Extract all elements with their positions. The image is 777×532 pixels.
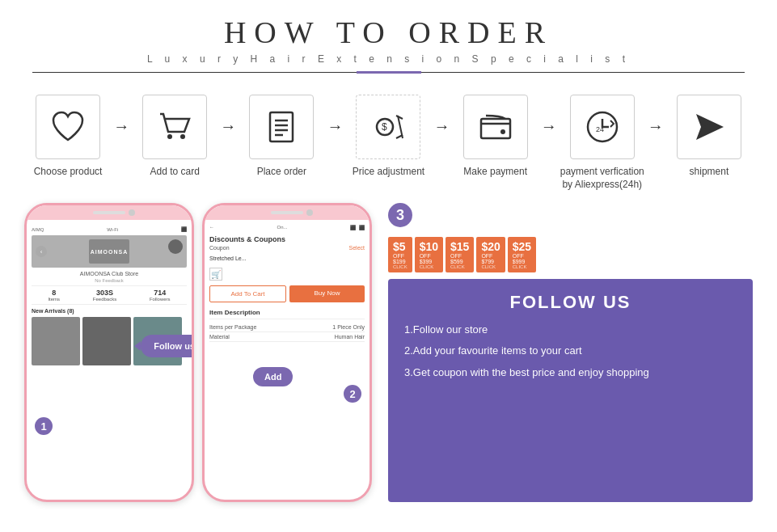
phone2-buy-now-button[interactable]: Buy Now — [289, 285, 365, 302]
page-title: HOW TO ORDER — [0, 15, 777, 50]
coupon-2-dollar: $10 — [420, 240, 438, 253]
coupon-strip: $5 OFF $199 CLICK $10 OFF $399 CLICK $15 — [388, 237, 753, 272]
step-make-payment: Make payment — [452, 95, 539, 179]
phone2-desc-row-2: Material Human Hair — [209, 332, 365, 342]
coupon-5: $25 OFF $999 CLICK — [508, 237, 536, 272]
follow-us-list: 1.Follow our store 2.Add your favourite … — [404, 323, 737, 380]
phone1-store-name: AIMOONSA Club Store — [32, 271, 187, 277]
clock24-icon: 24 — [583, 108, 622, 146]
coupon-5-click: CLICK — [513, 264, 527, 269]
coupon-1-price: $199 — [393, 259, 406, 264]
phone1-product-2 — [82, 317, 131, 365]
phone1-stats: 8Items 303SFeedbacks 714Followers — [32, 285, 187, 305]
badge-1: 1 — [35, 417, 53, 435]
phone1: AIMQWi-Fi⬛ ‹ AIMOONSA AIMOONSA Club Stor… — [24, 203, 194, 502]
coupon-4-click: CLICK — [481, 264, 496, 269]
coupon-4: $20 OFF $799 CLICK — [476, 237, 505, 272]
phone1-stat-followers-num: 714 — [150, 289, 171, 297]
phone2-desc-val-2: Human Hair — [335, 334, 365, 340]
step-add-to-card-label: Add to card — [150, 166, 200, 179]
svg-point-1 — [180, 134, 185, 139]
phone2-desc-val-1: 1 Piece Only — [332, 324, 365, 330]
add-bubble: Add — [253, 367, 293, 386]
coupon-1-click: CLICK — [393, 264, 408, 269]
step-payment-verification: 24 payment verfication by Aliexpress(24h… — [559, 95, 646, 191]
step-place-order-label: Place order — [257, 166, 306, 179]
phone1-stat-feedbacks-label: Feedbacks — [93, 297, 116, 302]
right-panel: 3 $5 OFF $199 CLICK $10 OFF $399 CLICK — [388, 203, 753, 502]
svg-text:$: $ — [382, 121, 387, 133]
place-order-icon-box — [249, 95, 314, 159]
choose-product-icon-box — [36, 95, 100, 159]
add-to-card-icon-box — [142, 95, 207, 159]
phone2-desc-row-1: Items per Package 1 Piece Only — [209, 323, 365, 332]
price-icon: $ — [369, 108, 408, 146]
coupon-4-dollar: $20 — [481, 240, 500, 253]
arrow-4: → — [433, 117, 452, 136]
follow-us-item-3: 3.Get coupon with the best price and enj… — [404, 365, 737, 380]
step-choose-product-label: Choose product — [34, 166, 103, 179]
svg-point-13 — [500, 129, 505, 134]
phone1-stat-items-label: Items — [48, 297, 60, 302]
plane-icon — [690, 108, 728, 146]
svg-rect-2 — [270, 112, 293, 141]
heart-icon — [49, 108, 87, 146]
phone1-feedback: No Feedback — [32, 278, 187, 283]
phone2-stretched: Stretched Le... — [209, 255, 365, 261]
step-add-to-card: Add to card — [131, 95, 218, 179]
svg-text:24: 24 — [596, 125, 604, 133]
coupon-5-price: $999 — [513, 259, 526, 264]
payment-verification-icon-box: 24 — [570, 95, 635, 159]
phone1-stat-followers-label: Followers — [150, 297, 171, 302]
phone2: ← On... ⬛⬛ Discounts & Coupons Coupon Se… — [202, 203, 372, 502]
coupon-3-price: $599 — [450, 259, 463, 264]
phone2-add-to-cart-button[interactable]: Add To Cart — [209, 285, 286, 302]
step-price-adjustment: $ Price adjustment — [344, 95, 432, 179]
svg-rect-12 — [481, 119, 510, 138]
coupon-4-off: OFF — [481, 253, 492, 259]
step-place-order: Place order — [238, 95, 325, 179]
phone1-arrivals: New Arrivals (8) — [32, 308, 187, 314]
header: HOW TO ORDER L u x u r y H a i r E x t e… — [0, 0, 777, 80]
phone2-select-label: Select — [349, 245, 365, 251]
follow-us-title: FOLLOW US — [404, 292, 737, 313]
phone2-topbar: ← On... ⬛⬛ — [209, 225, 365, 230]
step-choose-product: Choose product — [24, 95, 112, 179]
step-shipment-label: shipment — [690, 166, 729, 179]
coupon-2-off: OFF — [420, 253, 431, 259]
follow-us-item-2: 2.Add your favourite items to your cart — [404, 344, 737, 358]
phone2-desc-key-2: Material — [209, 334, 230, 340]
header-divider — [32, 71, 745, 74]
coupon-1-dollar: $5 — [393, 240, 406, 253]
step-make-payment-label: Make payment — [463, 166, 527, 179]
phone2-desc-key-1: Items per Package — [209, 324, 256, 330]
arrow-5: → — [539, 117, 559, 136]
badge-2: 2 — [344, 385, 361, 403]
follow-us-bubble: Follow us — [141, 335, 194, 357]
phone2-buttons: Add To Cart Buy Now — [209, 285, 365, 302]
arrow-6: → — [646, 117, 665, 136]
make-payment-icon-box — [463, 95, 528, 159]
coupon-2-price: $399 — [420, 259, 433, 264]
phones-container: AIMQWi-Fi⬛ ‹ AIMOONSA AIMOONSA Club Stor… — [24, 203, 372, 502]
page-subtitle: L u x u r y H a i r E x t e n s i o n S … — [0, 53, 777, 65]
coupon-1-off: OFF — [393, 253, 404, 259]
svg-point-0 — [167, 134, 172, 139]
badge-3: 3 — [388, 203, 412, 227]
phone2-coupon-row: Coupon Select — [209, 245, 365, 251]
bottom-section: AIMQWi-Fi⬛ ‹ AIMOONSA AIMOONSA Club Stor… — [0, 203, 777, 502]
coupon-3-off: OFF — [450, 253, 462, 259]
phone2-desc-title: Item Description — [209, 309, 365, 319]
phone1-product-1 — [32, 317, 80, 365]
coupon-5-dollar: $25 — [513, 240, 531, 253]
arrow-2: → — [218, 117, 238, 136]
steps-section: Choose product → Add to card → Place ord… — [0, 80, 777, 199]
coupon-1: $5 OFF $199 CLICK — [388, 237, 412, 272]
step-shipment: shipment — [665, 95, 753, 179]
coupon-3-dollar: $15 — [450, 240, 469, 253]
list-icon — [262, 108, 301, 146]
phone1-stat-feedbacks-num: 303S — [93, 289, 116, 297]
step-price-adjustment-label: Price adjustment — [353, 166, 424, 179]
phone1-banner: ‹ AIMOONSA — [32, 235, 187, 268]
phone1-topbar: AIMQWi-Fi⬛ — [32, 226, 187, 232]
